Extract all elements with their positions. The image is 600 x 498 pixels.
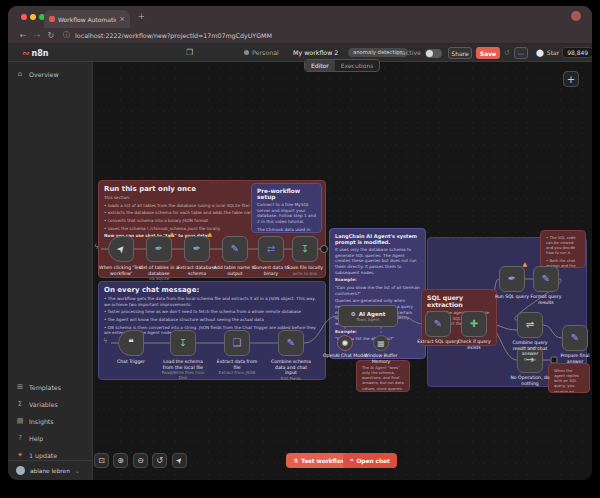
browser-tab-strip: Workflow Automation - n8n × + <box>8 6 592 28</box>
node-window-buffer-memory[interactable]: ▦ <box>373 335 389 351</box>
templates-icon: ⊞ <box>16 383 24 391</box>
open-chat-button[interactable]: ❝ Open chat <box>343 453 397 468</box>
node-combine-schema-chat[interactable]: ✎ <box>278 330 304 356</box>
github-icon: ⬤ <box>536 49 544 57</box>
sticky-note-agent-privacy[interactable]: The AI Agent "sees" only the schema, que… <box>356 360 410 392</box>
node-label: No Operation, do nothing <box>508 375 552 386</box>
panel-toggle-icon[interactable]: ❐ <box>186 48 193 57</box>
save-button[interactable]: Save <box>476 47 500 59</box>
status-label: Inactive <box>396 49 421 56</box>
zoom-in-button[interactable]: ⊕ <box>113 453 128 468</box>
warning-icon: ▲ <box>522 260 527 267</box>
help-icon: ? <box>16 434 24 442</box>
sidebar-item-insights[interactable]: ▤ Insights <box>16 417 54 425</box>
node-add-table-name[interactable]: ✎ <box>222 236 248 262</box>
github-star-widget[interactable]: ⬤ Star 98,849 <box>536 47 592 58</box>
tab-title: Workflow Automation - n8n <box>58 16 116 23</box>
node-save-file[interactable]: ↧ <box>292 236 318 262</box>
tab-executions[interactable]: Executions <box>335 60 380 71</box>
node-label: Check if query exists <box>452 339 496 350</box>
chat-icon: ❝ <box>350 458 353 464</box>
zoom-out-button[interactable]: ⊖ <box>133 453 148 468</box>
add-node-button[interactable]: + <box>563 71 579 87</box>
chat-icon: ❝ <box>128 338 133 348</box>
insights-icon: ▤ <box>16 417 24 425</box>
sidebar-item-help[interactable]: ? Help <box>16 434 43 442</box>
browser-profile-avatar[interactable] <box>571 11 581 21</box>
node-label: Load the schema from the local fileRead/… <box>161 359 205 381</box>
close-window-button[interactable] <box>21 14 27 20</box>
node-merge-result-answer[interactable]: ⇌ <box>517 312 543 338</box>
node-ai-agent[interactable]: ⚙AI Agent Tools Agent <box>338 305 398 327</box>
url-text[interactable]: localhost:2222/workflow/new?projectId=17… <box>75 32 272 39</box>
memory-icon: ▦ <box>377 339 385 348</box>
close-tab-icon[interactable]: × <box>119 15 125 23</box>
node-label: Format query results <box>524 294 568 305</box>
edit-fields-icon: ✎ <box>287 338 295 348</box>
sqlite-icon: ✒ <box>155 244 163 254</box>
node-chat-trigger[interactable]: ❝ <box>118 330 144 356</box>
sqlite-icon: ✒ <box>193 244 201 254</box>
trigger-bolt-icon: ϟ <box>103 337 108 345</box>
n8n-favicon <box>49 16 55 22</box>
sidebar-user-menu[interactable]: ablane lebren ⌄ <box>8 460 93 480</box>
more-actions-button[interactable]: ⋯ <box>514 47 528 59</box>
sticky-title: SQL query extraction <box>427 294 491 308</box>
active-toggle[interactable] <box>425 49 442 58</box>
binary-icon: ⇄ <box>267 244 275 254</box>
forward-icon[interactable]: → <box>34 32 41 40</box>
sidebar-item-templates[interactable]: ⊞ Templates <box>16 383 61 391</box>
new-tab-button[interactable]: + <box>138 13 145 21</box>
node-load-schema[interactable]: ↧ <box>170 330 196 356</box>
node-openai-chat-model[interactable]: ✺ <box>337 335 353 351</box>
workflow-canvas[interactable]: Run this part only once This section: • … <box>93 62 592 480</box>
node-manual-trigger[interactable]: ➤ <box>108 236 134 262</box>
node-check-query-exists[interactable]: ✚ <box>461 311 487 337</box>
breadcrumb-project[interactable]: Personal <box>252 49 279 56</box>
node-convert-binary[interactable]: ⇄ <box>258 236 284 262</box>
node-run-sql-query[interactable]: ✒ ▲ <box>499 266 525 292</box>
n8n-logo[interactable]: ∾ n8n <box>22 48 49 58</box>
file-read-icon: ↧ <box>179 338 187 348</box>
back-icon[interactable]: ← <box>20 32 27 40</box>
reload-icon[interactable]: ↻ <box>47 32 54 40</box>
browser-url-bar: ← → ↻ ⓘ localhost:2222/workflow/new?proj… <box>8 28 592 44</box>
sidebar-item-updates[interactable]: ✦ 1 update <box>16 451 57 459</box>
app-header: ∾ n8n ❐ Personal My workflow 2 anomaly d… <box>8 44 592 62</box>
user-icon <box>244 50 249 55</box>
node-extract-data[interactable]: ❏ <box>224 330 250 356</box>
n8n-logo-icon: ∾ <box>22 48 30 58</box>
github-star-label: Star <box>547 49 559 56</box>
tab-editor[interactable]: Editor <box>305 60 335 71</box>
sidebar-item-overview[interactable]: ⌂ Overview <box>16 70 59 78</box>
node-prepare-final-answer[interactable]: ✎ <box>562 325 588 351</box>
share-button[interactable]: Share <box>448 47 472 59</box>
pointer-mode-button[interactable]: ➤ <box>172 453 187 468</box>
browser-window: Workflow Automation - n8n × + ← → ↻ ⓘ lo… <box>8 6 592 480</box>
sticky-note-top-right[interactable]: • The SQL code can be viewed and you dec… <box>540 230 586 268</box>
node-format-results[interactable]: ✎ <box>533 266 559 292</box>
node-label: Extract data from fileExtract From JSON <box>215 359 259 376</box>
node-extract-schema[interactable]: ✒ ▲ <box>184 236 210 262</box>
fit-view-button[interactable]: ⊡ <box>94 453 109 468</box>
node-list-tables[interactable]: ✒ ▲ <box>146 236 172 262</box>
warning-icon: ▲ <box>169 230 174 237</box>
variables-icon: Σ <box>16 400 24 408</box>
sidebar: ⌂ Overview ⊞ Templates Σ Variables ▤ Ins… <box>8 62 93 480</box>
reset-zoom-button[interactable]: ↺ <box>152 453 167 468</box>
edit-fields-icon: ✎ <box>571 333 579 343</box>
cursor-icon: ➤ <box>114 243 127 256</box>
node-extract-sql[interactable]: ✎ <box>425 311 451 337</box>
trigger-bolt-icon: ϟ <box>94 243 99 251</box>
workflow-name[interactable]: My workflow 2 <box>293 49 338 56</box>
sticky-note-bottom-right[interactable]: When the agent replies with an SQL query… <box>548 363 590 393</box>
sqlite-icon: ✒ <box>508 274 516 284</box>
edit-fields-icon: ✎ <box>231 244 239 254</box>
site-info-icon[interactable]: ⓘ <box>63 32 70 39</box>
minimize-window-button[interactable] <box>30 14 36 20</box>
home-icon: ⌂ <box>16 70 24 78</box>
browser-tab[interactable]: Workflow Automation - n8n × <box>44 10 130 28</box>
user-name: ablane lebren <box>30 468 70 474</box>
sidebar-item-variables[interactable]: Σ Variables <box>16 400 58 408</box>
history-icon[interactable]: ↺ <box>504 49 510 57</box>
